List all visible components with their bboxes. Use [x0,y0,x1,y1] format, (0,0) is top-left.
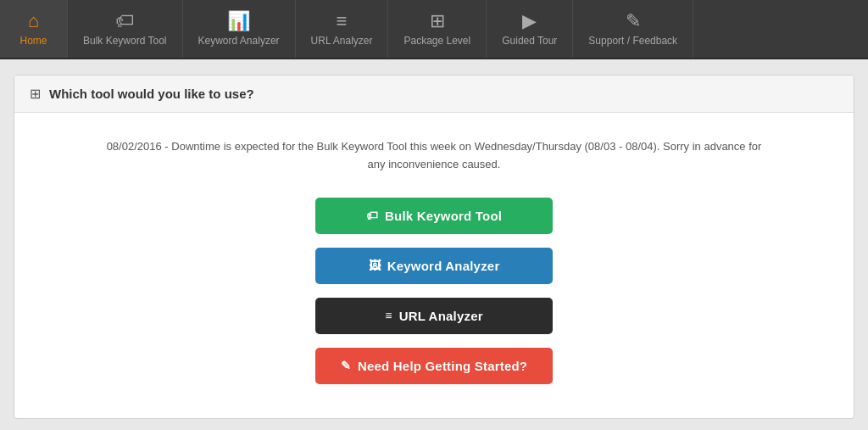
panel-body: 08/02/2016 - Downtime is expected for th… [14,113,854,418]
panel-header: ⊞ Which tool would you like to use? [14,75,854,113]
nav-item-guided-tour[interactable]: ▶Guided Tour [487,0,573,58]
url-analyzer-btn[interactable]: ≡URL Analyzer [315,298,553,334]
url-analyzer-btn-label: URL Analyzer [399,309,483,323]
nav-label-keyword-analyzer: Keyword Analyzer [198,35,280,47]
nav-label-guided-tour: Guided Tour [502,35,557,47]
nav-item-bulk-keyword-tool[interactable]: 🏷Bulk Keyword Tool [68,0,183,58]
guided-tour-icon: ▶ [522,12,537,31]
panel-header-title: Which tool would you like to use? [49,87,254,101]
nav-item-support-feedback[interactable]: ✎Support / Feedback [573,0,693,58]
content-area: ⊞ Which tool would you like to use? 08/0… [0,59,868,430]
help-btn[interactable]: ✎Need Help Getting Started? [315,348,553,384]
support-feedback-icon: ✎ [626,12,641,31]
main-panel: ⊞ Which tool would you like to use? 08/0… [14,75,854,419]
url-analyzer-btn-icon: ≡ [385,309,392,322]
nav-label-url-analyzer: URL Analyzer [311,35,373,47]
nav-item-url-analyzer[interactable]: ≡URL Analyzer [296,0,389,58]
panel-header-icon: ⊞ [30,86,41,102]
help-btn-icon: ✎ [341,359,351,372]
nav-label-package-level: Package Level [403,35,470,47]
keyword-analyzer-btn[interactable]: 🖼Keyword Analyzer [315,248,553,284]
url-analyzer-icon: ≡ [337,12,348,31]
bulk-keyword-btn[interactable]: 🏷Bulk Keyword Tool [315,198,553,234]
notice-text: 08/02/2016 - Downtime is expected for th… [103,138,765,174]
nav-label-bulk-keyword-tool: Bulk Keyword Tool [83,35,167,47]
help-btn-label: Need Help Getting Started? [358,359,527,373]
bulk-keyword-btn-icon: 🏷 [366,209,378,222]
nav-label-support-feedback: Support / Feedback [588,35,677,47]
keyword-analyzer-btn-icon: 🖼 [369,259,381,272]
bulk-keyword-btn-label: Bulk Keyword Tool [385,209,502,223]
keyword-analyzer-icon: 📊 [227,12,250,31]
package-level-icon: ⊞ [430,12,445,31]
nav-label-home: Home [19,35,47,47]
nav-item-keyword-analyzer[interactable]: 📊Keyword Analyzer [183,0,296,58]
keyword-analyzer-btn-label: Keyword Analyzer [387,259,500,273]
main-nav: ⌂Home🏷Bulk Keyword Tool📊Keyword Analyzer… [0,0,868,59]
bulk-keyword-tool-icon: 🏷 [115,12,134,31]
nav-item-home[interactable]: ⌂Home [0,0,68,58]
home-icon: ⌂ [28,12,39,31]
nav-item-package-level[interactable]: ⊞Package Level [388,0,487,58]
